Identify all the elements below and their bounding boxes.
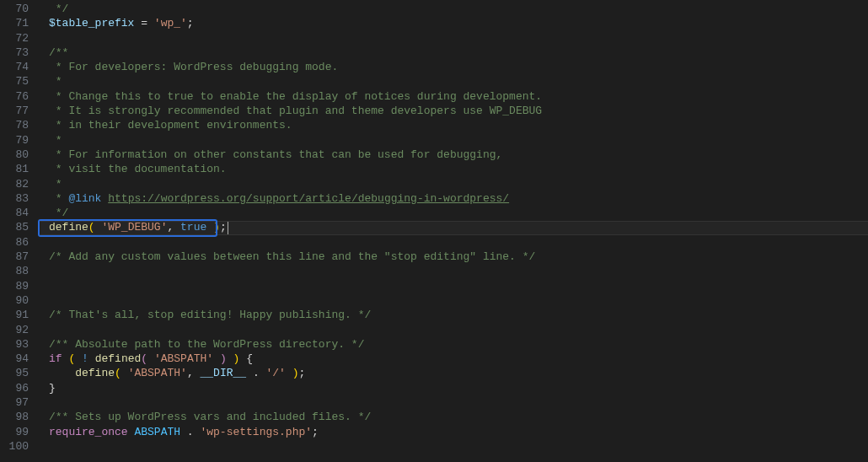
token-str: 'ABSPATH' — [154, 352, 213, 365]
line-number: 78 — [0, 118, 29, 132]
code-line[interactable] — [40, 323, 868, 337]
code-line[interactable]: */ — [40, 206, 868, 220]
token-fn: define — [75, 367, 115, 379]
token-fn: define — [49, 221, 88, 234]
token-pun: { — [239, 352, 253, 365]
line-number: 92 — [0, 323, 29, 337]
line-number: 72 — [0, 31, 29, 46]
line-number: 85 — [0, 220, 29, 234]
token-pun: ; — [299, 367, 306, 379]
code-line[interactable]: * For information on other constants tha… — [40, 148, 868, 162]
line-number: 91 — [0, 308, 29, 322]
token-cmt: * For information on other constants tha… — [49, 148, 502, 161]
code-line[interactable]: * — [40, 74, 868, 89]
line-number: 94 — [0, 352, 29, 366]
code-line[interactable]: * — [40, 133, 868, 148]
token-pun — [227, 352, 233, 365]
code-line[interactable]: require_once ABSPATH . 'wp-settings.php'… — [40, 425, 868, 439]
token-cmt: * visit the documentation. — [49, 163, 227, 175]
code-line[interactable] — [40, 235, 868, 250]
token-cmt: * Change this to true to enable the disp… — [49, 90, 542, 103]
code-line[interactable]: * in their development environments. — [40, 118, 868, 132]
line-number: 95 — [0, 366, 29, 380]
line-number: 99 — [0, 425, 29, 439]
token-pun: } — [49, 382, 56, 395]
code-line[interactable] — [40, 31, 868, 46]
code-line[interactable]: } — [40, 381, 868, 395]
token-str: 'wp_' — [154, 17, 187, 30]
token-cmt: /* That's all, stop editing! Happy publi… — [49, 309, 371, 321]
code-line[interactable]: * Change this to true to enable the disp… — [40, 89, 868, 104]
code-line[interactable]: $table_prefix = 'wp_'; — [40, 16, 868, 30]
line-number: 87 — [0, 250, 29, 264]
token-cmt: * — [49, 134, 62, 147]
token-pun: , — [167, 221, 180, 234]
code-line[interactable] — [40, 279, 868, 293]
line-number: 75 — [0, 74, 29, 89]
token-kw: ! — [82, 352, 88, 365]
token-cmt: /* Add any custom values between this li… — [49, 250, 535, 263]
token-cmt: */ — [49, 207, 68, 219]
code-editor[interactable]: 7071727374757677787980818283848586878889… — [0, 0, 868, 462]
code-line[interactable]: * @link https://wordpress.org/support/ar… — [40, 191, 868, 206]
code-line[interactable]: /* Add any custom values between this li… — [40, 250, 868, 264]
line-number: 83 — [0, 191, 29, 206]
line-number: 77 — [0, 104, 29, 118]
code-line[interactable]: * — [40, 177, 868, 191]
code-line[interactable]: /* That's all, stop editing! Happy publi… — [40, 308, 868, 322]
code-line[interactable] — [40, 395, 868, 410]
code-line[interactable]: /** Sets up WordPress vars and included … — [40, 410, 868, 424]
token-str: 'WP_DEBUG' — [101, 221, 167, 234]
line-number: 81 — [0, 162, 29, 176]
token-cmt: /** Sets up WordPress vars and included … — [49, 411, 371, 423]
line-number: 82 — [0, 177, 29, 191]
code-line[interactable]: define( 'ABSPATH', __DIR__ . '/' ); — [40, 366, 868, 380]
token-purp: require_once — [49, 426, 128, 438]
token-pun: . — [180, 426, 200, 438]
token-gold: ) — [206, 221, 220, 234]
token-pun — [286, 367, 292, 379]
code-line[interactable]: */ — [40, 2, 868, 16]
code-line[interactable]: * It is strongly recommended that plugin… — [40, 104, 868, 118]
token-tag: @link — [68, 192, 101, 205]
line-number: 71 — [0, 16, 29, 30]
code-area[interactable]: */$table_prefix = 'wp_';/** * For develo… — [40, 0, 868, 462]
line-number: 100 — [0, 439, 29, 454]
code-line[interactable] — [40, 264, 868, 278]
token-pun: ; — [187, 17, 194, 30]
token-cmt: * — [49, 178, 62, 191]
token-str: '/' — [266, 367, 286, 379]
code-line[interactable]: if ( ! defined( 'ABSPATH' ) ) { — [40, 352, 868, 366]
line-number-gutter: 7071727374757677787980818283848586878889… — [0, 0, 40, 462]
token-purp: ( — [141, 352, 147, 365]
line-number: 73 — [0, 46, 29, 60]
line-number: 93 — [0, 337, 29, 352]
token-cmt: * — [49, 192, 68, 205]
code-line[interactable] — [40, 439, 868, 454]
code-line[interactable]: /** Absolute path to the WordPress direc… — [40, 337, 868, 352]
token-str: 'wp-settings.php' — [200, 426, 312, 438]
code-line[interactable] — [40, 293, 868, 308]
token-pun: ; — [312, 426, 319, 438]
line-number: 80 — [0, 148, 29, 162]
code-line[interactable]: * For developers: WordPress debugging mo… — [40, 60, 868, 74]
line-number: 84 — [0, 206, 29, 220]
token-pun — [88, 352, 95, 365]
line-number: 90 — [0, 293, 29, 308]
text-cursor — [228, 222, 229, 234]
code-line[interactable]: * visit the documentation. — [40, 162, 868, 176]
line-number: 70 — [0, 2, 29, 16]
line-number: 96 — [0, 381, 29, 395]
token-cmt: * It is strongly recommended that plugin… — [49, 105, 542, 117]
token-purp: if — [49, 352, 62, 365]
token-pun — [246, 367, 253, 379]
token-cmt: * For developers: WordPress debugging mo… — [49, 61, 338, 73]
line-number: 86 — [0, 235, 29, 250]
token-gold: ) — [292, 367, 299, 379]
token-cmt: * in their development environments. — [49, 119, 292, 132]
line-number: 98 — [0, 410, 29, 424]
token-cmt: * — [49, 75, 62, 88]
line-number: 97 — [0, 395, 29, 410]
token-kw: true — [180, 221, 206, 234]
code-line[interactable]: /** — [40, 46, 868, 60]
